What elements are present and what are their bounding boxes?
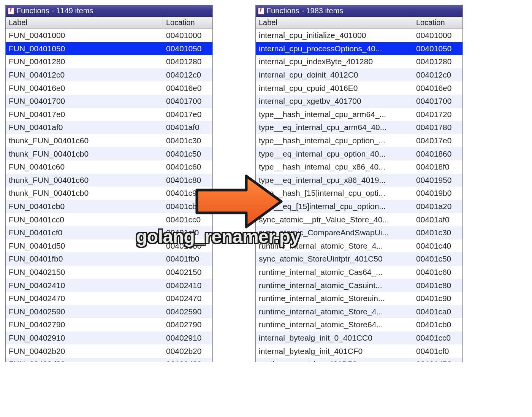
cell-label: internal_cpu_initialize_401000 bbox=[256, 31, 413, 40]
table-row[interactable]: type__eq_internal_cpu_option_40...004018… bbox=[256, 147, 462, 160]
cell-label: internal_cpu_xgetbv_401700 bbox=[256, 97, 413, 106]
cell-location: 00401720 bbox=[413, 110, 462, 119]
table-row[interactable]: FUN_004016e0004016e0 bbox=[6, 81, 212, 95]
cell-label: type__eq_internal_cpu_arm64_40... bbox=[256, 123, 413, 132]
cell-location: 00401c60 bbox=[413, 268, 462, 277]
table-row[interactable]: runtime_internal_atomic_Casuint...00401c… bbox=[256, 279, 462, 292]
table-row[interactable]: FUN_0040215000402150 bbox=[6, 266, 212, 279]
cell-location: 004018f0 bbox=[413, 162, 462, 171]
cell-location: 00401c80 bbox=[413, 281, 462, 290]
table-row[interactable]: runtime_cmpstring_401D5000401d50 bbox=[256, 358, 462, 362]
table-row[interactable]: sync_atomic__ptr_Value_Store_40...00401a… bbox=[256, 213, 462, 226]
cell-label: runtime_internal_atomic_Store64... bbox=[256, 320, 413, 329]
cell-label: internal_cpu_indexByte_401280 bbox=[256, 57, 413, 66]
cell-label: FUN_004017e0 bbox=[6, 110, 163, 119]
table-row[interactable]: runtime_internal_atomic_Store64...00401c… bbox=[256, 318, 462, 331]
cell-label: internal_bytealg_init_0_401CC0 bbox=[256, 333, 413, 342]
table-row[interactable]: FUN_004017e0004017e0 bbox=[6, 108, 212, 121]
table-row[interactable]: internal_cpu_indexByte_40128000401280 bbox=[256, 55, 462, 68]
table-row[interactable]: FUN_004012c0004012c0 bbox=[6, 68, 212, 82]
table-row[interactable]: runtime_internal_atomic_Storeuin...00401… bbox=[256, 292, 462, 305]
cell-location: 00401cb0 bbox=[413, 320, 462, 329]
panel-title: Functions - 1983 items bbox=[266, 6, 343, 15]
cell-location: 00401c80 bbox=[163, 176, 212, 185]
cell-label: runtime_internal_atomic_Cas64_... bbox=[256, 268, 413, 277]
column-header-location[interactable]: Location bbox=[163, 17, 212, 29]
table-row[interactable]: internal_cpu_processOptions_40...0040105… bbox=[256, 42, 462, 55]
table-row[interactable]: FUN_0040247000402470 bbox=[6, 292, 212, 305]
table-row[interactable]: FUN_00402b2000402b20 bbox=[6, 344, 212, 358]
table-row[interactable]: internal_cpu_doinit_4012C0004012c0 bbox=[256, 68, 462, 82]
cell-label: FUN_00401c60 bbox=[6, 162, 163, 171]
table-header: Label Location bbox=[256, 17, 462, 29]
table-row[interactable]: type__hash_internal_cpu_option_...004017… bbox=[256, 134, 462, 147]
cell-location: 00401000 bbox=[413, 31, 462, 40]
table-row[interactable]: FUN_0040170000401700 bbox=[6, 95, 212, 108]
cell-label: FUN_00401050 bbox=[6, 44, 163, 53]
cell-label: type__hash_[15]internal_cpu_opti... bbox=[256, 189, 413, 198]
table-row[interactable]: FUN_0040100000401000 bbox=[6, 29, 212, 42]
cell-location: 00401af0 bbox=[163, 123, 212, 132]
column-header-location[interactable]: Location bbox=[413, 17, 462, 29]
table-row[interactable]: runtime_internal_atomic_Cas64_...00401c6… bbox=[256, 266, 462, 279]
table-row[interactable]: FUN_00401cb000401cb0 bbox=[6, 200, 212, 213]
cell-label: FUN_00402150 bbox=[6, 268, 163, 277]
table-row[interactable]: internal_cpu_cpuid_4016E0004016e0 bbox=[256, 81, 462, 95]
cell-label: runtime_internal_atomic_Casuint... bbox=[256, 281, 413, 290]
column-header-label[interactable]: Label bbox=[6, 17, 163, 29]
cell-label: runtime_internal_atomic_Store_4... bbox=[256, 307, 413, 316]
table-row[interactable]: internal_cpu_initialize_40100000401000 bbox=[256, 29, 462, 42]
cell-label: FUN_00401d50 bbox=[6, 241, 163, 251]
functions-panel-after: Functions - 1983 items Label Location in… bbox=[255, 5, 463, 362]
panel-title: Functions - 1149 items bbox=[16, 6, 93, 15]
cell-location: 00401ca0 bbox=[413, 307, 462, 316]
cell-location: 00401c30 bbox=[413, 228, 462, 237]
cell-label: FUN_00402590 bbox=[6, 307, 163, 316]
table-row[interactable]: type__hash_internal_cpu_x86_40...004018f… bbox=[256, 160, 462, 174]
function-list-icon bbox=[258, 8, 264, 14]
table-row[interactable]: runtime_internal_atomic_Store_4...00401c… bbox=[256, 305, 462, 318]
table-row[interactable]: FUN_0040241000402410 bbox=[6, 279, 212, 292]
cell-location: 00402d80 bbox=[163, 360, 212, 362]
table-row[interactable]: runtime_internal_atomic_Store_4...00401c… bbox=[256, 239, 462, 253]
table-row[interactable]: type__eq_[15]internal_cpu_option...00401… bbox=[256, 200, 462, 213]
table-row[interactable]: FUN_0040259000402590 bbox=[6, 305, 212, 318]
cell-location: 00401c50 bbox=[163, 149, 212, 159]
table-row[interactable]: thunk_FUN_00401c6000401c80 bbox=[6, 174, 212, 187]
table-row[interactable]: internal_cpu_xgetbv_40170000401700 bbox=[256, 95, 462, 108]
table-row[interactable]: FUN_00401d5000401d50 bbox=[6, 239, 212, 253]
table-row[interactable]: thunk_FUN_00401cb000401c50 bbox=[6, 147, 212, 160]
table-row[interactable]: FUN_00401af000401af0 bbox=[6, 121, 212, 134]
table-row[interactable]: type__hash_internal_cpu_arm64_...0040172… bbox=[256, 108, 462, 121]
cell-label: FUN_004016e0 bbox=[6, 84, 163, 93]
table-row[interactable]: thunk_FUN_00401c6000401c30 bbox=[6, 134, 212, 147]
table-row[interactable]: sync_atomic_StoreUintptr_401C5000401c50 bbox=[256, 252, 462, 266]
table-row[interactable]: FUN_0040291000402910 bbox=[6, 331, 212, 345]
cell-location: 00401cf0 bbox=[163, 228, 212, 237]
cell-label: type__eq_internal_cpu_x86_4019... bbox=[256, 176, 413, 185]
table-row[interactable]: FUN_0040105000401050 bbox=[6, 42, 212, 55]
table-row[interactable]: type__eq_internal_cpu_x86_4019...0040195… bbox=[256, 174, 462, 187]
table-row[interactable]: type__hash_[15]internal_cpu_opti...00401… bbox=[256, 187, 462, 200]
cell-label: runtime_internal_atomic_Storeuin... bbox=[256, 294, 413, 303]
table-row[interactable]: FUN_00401fb000401fb0 bbox=[6, 252, 212, 266]
cell-location: 00402410 bbox=[163, 281, 212, 290]
table-row[interactable]: type__eq_internal_cpu_arm64_40...0040178… bbox=[256, 121, 462, 134]
table-row[interactable]: FUN_00401cc000401cc0 bbox=[6, 213, 212, 226]
cell-location: 00402470 bbox=[163, 294, 212, 303]
table-row[interactable]: FUN_00401c6000401c60 bbox=[6, 160, 212, 174]
cell-location: 00401050 bbox=[163, 44, 212, 53]
table-row[interactable]: internal_bytealg_init_401CF000401cf0 bbox=[256, 344, 462, 358]
column-header-label[interactable]: Label bbox=[256, 17, 413, 29]
cell-location: 004017e0 bbox=[413, 136, 462, 145]
table-row[interactable]: FUN_0040279000402790 bbox=[6, 318, 212, 331]
cell-label: FUN_00401280 bbox=[6, 57, 163, 66]
table-row[interactable]: FUN_00402d8000402d80 bbox=[6, 358, 212, 362]
table-row[interactable]: FUN_0040128000401280 bbox=[6, 55, 212, 68]
table-row[interactable]: FUN_00401cf000401cf0 bbox=[6, 226, 212, 239]
cell-location: 00401c40 bbox=[413, 241, 462, 251]
cell-location: 004012c0 bbox=[163, 70, 212, 79]
table-row[interactable]: sync_atomic_CompareAndSwapUi...00401c30 bbox=[256, 226, 462, 239]
table-row[interactable]: thunk_FUN_00401cb000401c90 bbox=[6, 187, 212, 200]
table-row[interactable]: internal_bytealg_init_0_401CC000401cc0 bbox=[256, 331, 462, 345]
